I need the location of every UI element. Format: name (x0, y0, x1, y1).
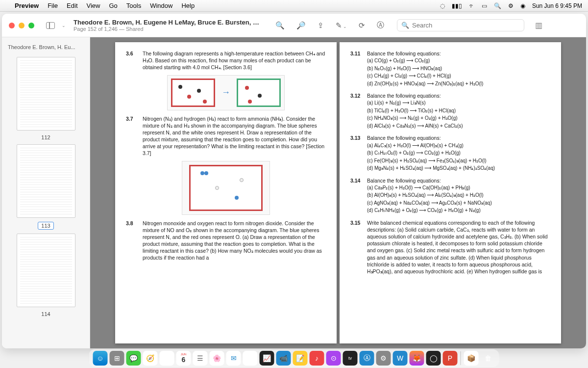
problem-text: Write balanced chemical equations corres… (367, 219, 550, 275)
equation: (d) Mg₃N₂(s) + H₂SO₄(aq) ⟶ MgSO₄(aq) + (… (367, 164, 550, 172)
appstore-app-icon[interactable]: Ⓐ (360, 351, 374, 366)
page-thumbnail[interactable] (17, 234, 75, 307)
finder-app-icon[interactable]: ☺ (93, 351, 108, 366)
equation: (a) Al₄C₃(s) + H₂O(l) ⟶ Al(OH)₃(s) + CH₄… (367, 142, 550, 150)
window-titlebar: ⌄ Theodore E. Brown, H. Eugene H LeMay, … (2, 14, 586, 37)
preview-app-icon[interactable]: 🖼 (243, 351, 258, 366)
equation: (b) Al(OH)₃(s) + H₂SO₄(aq) ⟶ Al₂(SO₄)₃(a… (367, 191, 550, 199)
tv-app-icon[interactable]: tv (343, 351, 358, 366)
problem-number: 3.11 (350, 50, 363, 57)
highlight-icon[interactable]: Ⓐ (377, 21, 384, 30)
clock[interactable]: Sun Jun 6 9:45 PM (532, 2, 582, 9)
menu-go[interactable]: Go (109, 2, 117, 9)
equation: (d) AlCl₃(s) + Ca₃N₂(s) ⟶ AlN(s) + CaCl₂… (367, 122, 550, 130)
share-icon[interactable]: ⇪ (318, 21, 324, 30)
trash-icon[interactable]: 🗑 (481, 351, 495, 366)
wifi-icon[interactable]: ᯤ (469, 2, 475, 9)
equation: (c) NH₄NO₃(s) ⟶ N₂(g) + O₂(g) + H₂O(g) (367, 114, 550, 122)
reminders-app-icon[interactable]: ☰ (193, 351, 208, 366)
thumbnail-page-number: 114 (6, 311, 86, 317)
equation: (a) CO(g) + O₂(g) ⟶ CO₂(g) (367, 57, 550, 65)
page-thumbnail[interactable] (17, 57, 75, 131)
problem-number: 3.13 (350, 134, 363, 141)
dock-divider (461, 351, 461, 365)
zoom-out-icon[interactable]: 🔍 (275, 21, 285, 30)
zoom-in-icon[interactable]: 🔎 (296, 21, 306, 30)
sidebar-toggle-icon[interactable] (46, 22, 55, 29)
battery-icon[interactable]: ▮▮▯ (452, 2, 462, 9)
problem-number: 3.12 (350, 92, 363, 99)
firefox-app-icon[interactable]: 🦊 (410, 351, 424, 366)
problem-text: Balance the following equations: (367, 177, 550, 184)
problem-text: Nitrogen (N₂) and hydrogen (H₂) react to… (143, 115, 326, 157)
rotate-icon[interactable]: ⟳ (359, 21, 365, 30)
menu-file[interactable]: File (48, 2, 58, 9)
macos-dock[interactable]: ☺ ⊞ 💬 🧭 ◉ JUN6 ☰ 🌸 ✉ 🖼 📈 📹 📝 ♪ ⊙ tv Ⓐ ⚙ … (89, 349, 499, 367)
equation: (b) N₂O₅(g) + H₂O(l) ⟶ HNO₃(aq) (367, 65, 550, 73)
document-title: Theodore E. Brown, H. Eugene H LeMay, Br… (74, 19, 260, 26)
powerpoint-app-icon[interactable]: P (443, 351, 458, 366)
problem-number: 3.6 (126, 50, 139, 71)
chrome-app-icon[interactable]: ◉ (160, 351, 174, 366)
traffic-lights (9, 23, 34, 28)
markup-icon[interactable]: ✎⌄ (336, 21, 347, 30)
problem-text: Balance the following equations: (367, 92, 550, 99)
photos-app-icon[interactable]: 🌸 (210, 351, 224, 366)
page-thumbnail[interactable] (17, 144, 75, 218)
problem-text: The following diagram represents a high-… (143, 50, 326, 71)
menu-tools[interactable]: Tools (126, 2, 141, 9)
launchpad-app-icon[interactable]: ⊞ (110, 351, 124, 366)
pdf-page-left: 3.6 The following diagram represents a h… (115, 42, 337, 343)
problem-text: Balance the following equations: (367, 134, 550, 141)
pdf-page-right: 3.11 Balance the following equations: (a… (340, 42, 561, 343)
menu-view[interactable]: View (87, 2, 100, 9)
fullscreen-button[interactable] (28, 23, 34, 28)
thumbnails-sidebar[interactable]: Theodore E. Brown, H. Eu... 112 113 114 (2, 37, 90, 348)
downloads-stack-icon[interactable]: 📦 (464, 351, 479, 366)
thumbnail-page-number-selected[interactable]: 113 (38, 222, 53, 230)
podcasts-app-icon[interactable]: ⊙ (326, 351, 341, 366)
app-name[interactable]: Preview (15, 2, 39, 9)
equation: (d) C₂H₅NH₂(g) + O₂(g) ⟶ CO₂(g) + H₂O(g)… (367, 207, 550, 214)
settings-app-icon[interactable]: ⚙ (376, 351, 391, 366)
loop-icon[interactable]: ◌ (440, 2, 445, 9)
chevron-down-icon[interactable]: ⌄ (62, 23, 66, 28)
siri-icon[interactable]: ◉ (520, 2, 525, 9)
equation: (a) Ca₃P₂(s) + H₂O(l) ⟶ Ca(OH)₂(aq) + PH… (367, 184, 550, 192)
safari-app-icon[interactable]: 🧭 (143, 351, 158, 366)
search-field[interactable]: 🔍 (397, 19, 524, 31)
problem-number: 3.8 (126, 220, 139, 262)
stocks-app-icon[interactable]: 📈 (260, 351, 274, 366)
problem-number: 3.15 (350, 219, 363, 275)
menu-help[interactable]: Help (181, 2, 195, 9)
notes-app-icon[interactable]: 📝 (293, 351, 308, 366)
mail-app-icon[interactable]: ✉ (226, 351, 241, 366)
display-icon[interactable]: ▭ (482, 2, 487, 9)
equation: (b) C₅H₁₀O₂(l) + O₂(g) ⟶ CO₂(g) + H₂O(g) (367, 149, 550, 157)
close-button[interactable] (9, 23, 15, 28)
tabs-icon[interactable]: ▥ (535, 21, 542, 30)
calendar-app-icon[interactable]: JUN6 (176, 351, 191, 366)
problem-text: Nitrogen monoxide and oxygen react to fo… (143, 220, 326, 262)
problem-number: 3.14 (350, 177, 363, 184)
spotlight-icon[interactable]: 🔍 (494, 2, 501, 9)
problem-number: 3.7 (126, 115, 139, 157)
control-center-icon[interactable]: ⚙ (508, 2, 514, 9)
problem-text: Balance the following equations: (367, 50, 550, 57)
messages-app-icon[interactable]: 💬 (126, 351, 141, 366)
reaction-diagram: → (167, 75, 285, 110)
minimize-button[interactable] (19, 23, 24, 28)
zoom-app-icon[interactable]: 📹 (276, 351, 291, 366)
reaction-diagram (182, 161, 270, 215)
menu-window[interactable]: Window (150, 2, 172, 9)
equation: (c) Fe(OH)₃(s) + H₂SO₄(aq) ⟶ Fe₂(SO₄)₃(a… (367, 157, 550, 165)
document-viewport[interactable]: 3.6 The following diagram represents a h… (90, 37, 586, 348)
menu-edit[interactable]: Edit (67, 2, 77, 9)
music-app-icon[interactable]: ♪ (310, 351, 324, 366)
obs-app-icon[interactable]: ◯ (426, 351, 441, 366)
document-page-status: Page 152 of 1,246 — Shared (74, 26, 260, 32)
equation: (a) Li(s) + N₂(g) ⟶ Li₃N(s) (367, 99, 550, 107)
preview-window: ⌄ Theodore E. Brown, H. Eugene H LeMay, … (2, 14, 586, 348)
search-input[interactable] (412, 22, 520, 29)
word-app-icon[interactable]: W (393, 351, 408, 366)
